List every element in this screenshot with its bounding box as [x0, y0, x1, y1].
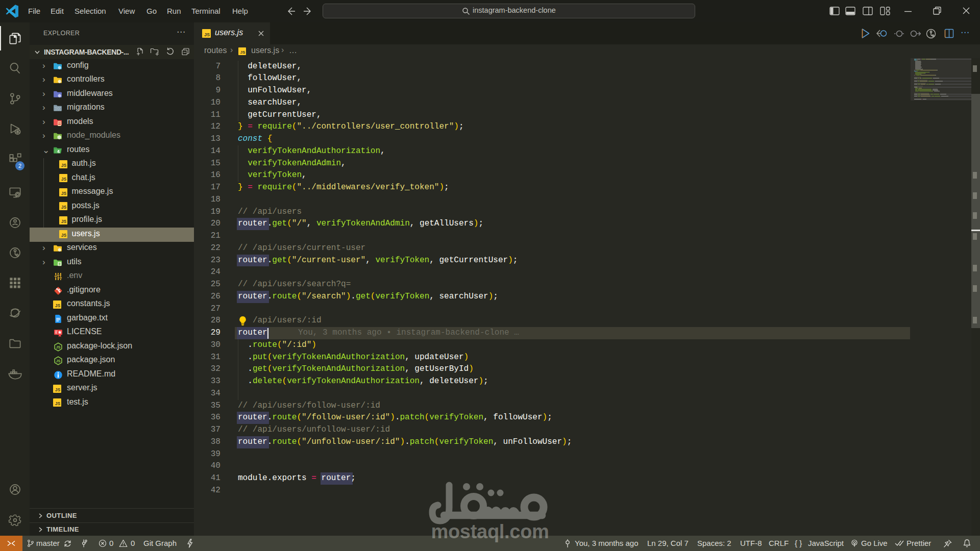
svg-text:JS: JS: [55, 401, 61, 406]
svg-text:JS: JS: [56, 359, 60, 363]
svg-text:JS: JS: [61, 205, 67, 210]
svg-text:JS: JS: [56, 345, 60, 349]
svg-text:JS: JS: [240, 50, 246, 55]
svg-text:JS: JS: [55, 303, 61, 308]
svg-text:JS: JS: [61, 163, 67, 168]
svg-text:JS: JS: [204, 32, 210, 37]
svg-text:JS: JS: [61, 233, 67, 238]
svg-text:JS: JS: [61, 191, 67, 196]
svg-text:JS: JS: [61, 177, 67, 182]
svg-text:JS: JS: [55, 387, 61, 392]
svg-text:mostaql.com: mostaql.com: [431, 521, 549, 542]
svg-text:JS: JS: [61, 219, 67, 224]
